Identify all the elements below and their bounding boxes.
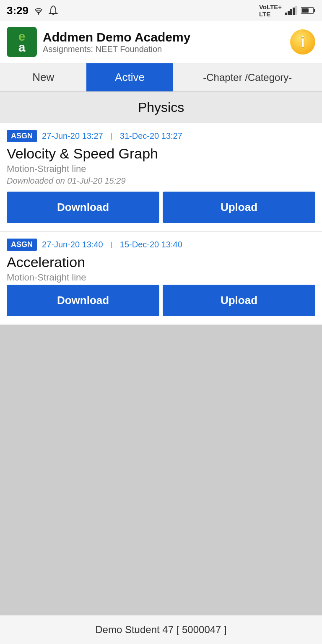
content-area: ASGN 27-Jun-20 13:27 | 31-Dec-20 13:27 V…: [0, 123, 322, 325]
svg-rect-5: [295, 6, 297, 15]
asgn-badge-2: ASGN: [7, 239, 37, 251]
battery-icon: [301, 7, 315, 14]
empty-area: [0, 325, 322, 615]
app-subtitle: Assignments: NEET Foundation: [43, 44, 190, 54]
assignment-title-1: Velocity & Speed Graph: [7, 145, 315, 162]
network-label: VoLTE+LTE: [259, 3, 282, 18]
svg-rect-7: [314, 9, 315, 12]
app-title: Addmen Demo Academy: [43, 30, 190, 44]
svg-rect-1: [285, 13, 287, 15]
asgn-meta-1: ASGN 27-Jun-20 13:27 | 31-Dec-20 13:27: [7, 130, 315, 142]
download-button-1[interactable]: Download: [7, 192, 159, 223]
status-bar: 3:29 VoLTE+LTE: [0, 0, 322, 21]
tab-chapter[interactable]: -Chapter /Category-: [173, 63, 322, 91]
svg-rect-4: [293, 8, 295, 15]
asgn-start-date-2: 27-Jun-20 13:40: [42, 240, 103, 249]
assignment-category-1: Motion-Straight line: [7, 164, 315, 174]
svg-rect-2: [288, 11, 290, 15]
header-left: e a Addmen Demo Academy Assignments: NEE…: [7, 27, 190, 57]
asgn-separator-2: |: [111, 241, 112, 249]
signal-icon: [285, 6, 298, 15]
notification-icon: [49, 5, 58, 16]
footer-text: Demo Student 47 [ 5000047 ]: [95, 624, 227, 635]
upload-button-1[interactable]: Upload: [163, 192, 315, 223]
status-time: 3:29: [7, 4, 29, 17]
info-icon[interactable]: i: [290, 29, 315, 55]
app-header: e a Addmen Demo Academy Assignments: NEE…: [0, 21, 322, 63]
btn-row-2: Download Upload: [7, 285, 315, 316]
asgn-meta-2: ASGN 27-Jun-20 13:40 | 15-Dec-20 13:40: [7, 239, 315, 251]
tab-new[interactable]: New: [0, 63, 86, 91]
btn-row-1: Download Upload: [7, 192, 315, 223]
asgn-end-date-2: 15-Dec-20 13:40: [120, 240, 182, 249]
assignment-title-2: Acceleration: [7, 254, 315, 270]
svg-rect-8: [302, 8, 309, 13]
asgn-separator-1: |: [111, 132, 112, 140]
upload-button-2[interactable]: Upload: [163, 285, 315, 316]
assignment-card-2: ASGN 27-Jun-20 13:40 | 15-Dec-20 13:40 A…: [0, 232, 322, 325]
svg-rect-3: [290, 9, 292, 15]
footer: Demo Student 47 [ 5000047 ]: [0, 615, 322, 644]
assignment-category-2: Motion-Straight line: [7, 272, 315, 283]
asgn-start-date-1: 27-Jun-20 13:27: [42, 131, 103, 141]
assignment-card-1: ASGN 27-Jun-20 13:27 | 31-Dec-20 13:27 V…: [0, 123, 322, 232]
download-button-2[interactable]: Download: [7, 285, 159, 316]
status-right: VoLTE+LTE: [259, 3, 315, 18]
app-logo: e a: [7, 27, 37, 57]
tab-bar: New Active -Chapter /Category-: [0, 63, 322, 92]
section-header: Physics: [0, 92, 322, 123]
assignment-downloaded-1: Downloaded on 01-Jul-20 15:29: [7, 176, 315, 186]
logo-letter-a: a: [18, 41, 26, 54]
tab-active[interactable]: Active: [86, 63, 173, 91]
status-left: 3:29: [7, 4, 58, 17]
asgn-end-date-1: 31-Dec-20 13:27: [120, 131, 182, 141]
asgn-badge-1: ASGN: [7, 130, 37, 142]
svg-point-0: [38, 13, 39, 15]
header-titles: Addmen Demo Academy Assignments: NEET Fo…: [43, 30, 190, 54]
wifi-icon: [33, 6, 44, 15]
